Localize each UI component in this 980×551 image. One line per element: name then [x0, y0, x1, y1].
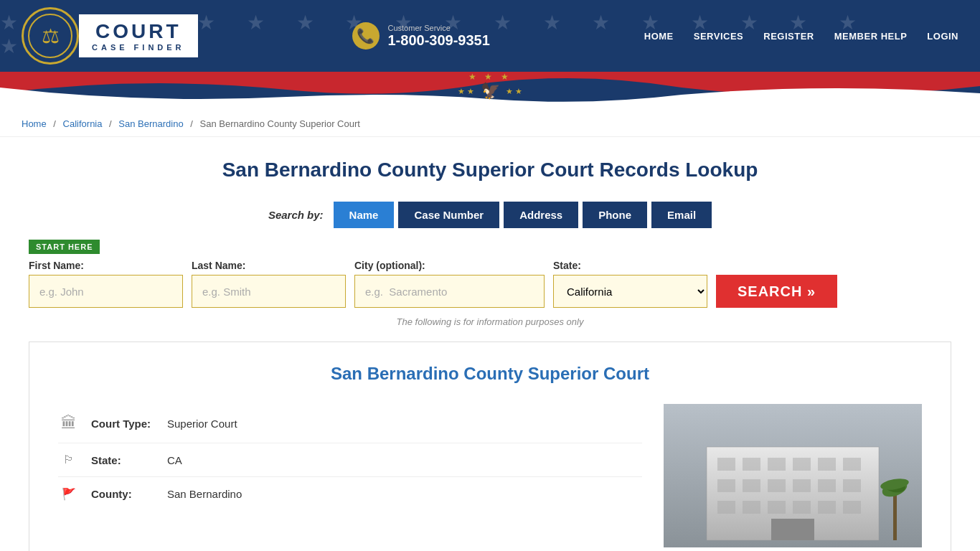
court-image-inner — [664, 404, 922, 547]
form-row: First Name: Last Name: City (optional): … — [29, 260, 951, 308]
last-name-group: Last Name: — [192, 260, 346, 308]
court-type-row: 🏛 Court Type: Superior Court — [58, 404, 642, 443]
stars-row-right: ★ ★ — [506, 87, 522, 96]
tab-email[interactable]: Email — [651, 202, 712, 228]
court-info-title: San Bernardino County Superior Court — [58, 364, 922, 384]
breadcrumb-county[interactable]: San Bernardino — [118, 118, 183, 129]
eagle-icon: 🦅 — [481, 82, 500, 100]
info-note: The following is for information purpose… — [29, 316, 951, 327]
city-label: City (optional): — [354, 260, 545, 271]
city-group: City (optional): — [354, 260, 545, 308]
nav-member-help[interactable]: MEMBER HELP — [834, 31, 908, 42]
logo-casefinder-text: CASE FINDER — [92, 43, 185, 52]
breadcrumb-state[interactable]: California — [63, 118, 103, 129]
svg-rect-2 — [717, 458, 735, 471]
nav-register[interactable]: REGISTER — [763, 31, 814, 42]
court-type-icon: 🏛 — [58, 414, 80, 433]
svg-rect-8 — [717, 479, 735, 492]
customer-service: 📞 Customer Service 1-800-309-9351 — [352, 22, 490, 50]
logo-court-text: COURT — [95, 20, 182, 43]
stars-left: ★ ★ ★ — [468, 72, 512, 82]
svg-rect-10 — [768, 479, 786, 492]
city-input[interactable] — [354, 275, 545, 308]
page-title: San Bernardino County Superior Court Rec… — [29, 159, 951, 182]
svg-rect-3 — [743, 458, 760, 471]
svg-rect-12 — [818, 479, 836, 492]
logo-text: COURT CASE FINDER — [79, 14, 198, 57]
search-form-area: START HERE First Name: Last Name: City (… — [29, 240, 951, 308]
state-row: 🏳 State: CA — [58, 443, 642, 477]
eagle-center: ★ ★ ★ ★ ★ 🦅 ★ ★ — [458, 72, 522, 100]
state-detail-label: State: — [91, 454, 156, 466]
logo-icon: ⚖ — [28, 14, 72, 58]
svg-rect-18 — [818, 501, 836, 514]
svg-rect-20 — [771, 519, 814, 540]
nav-login[interactable]: LOGIN — [927, 31, 958, 42]
svg-rect-15 — [743, 501, 760, 514]
tab-phone[interactable]: Phone — [583, 202, 647, 228]
court-type-value: Superior Court — [167, 418, 237, 430]
svg-rect-4 — [768, 458, 786, 471]
county-value: San Bernardino — [167, 488, 242, 500]
main-content: San Bernardino County Superior Court Rec… — [0, 137, 980, 551]
tab-case-number[interactable]: Case Number — [398, 202, 499, 228]
breadcrumb-current: San Bernardino County Superior Court — [200, 118, 360, 129]
county-label: County: — [91, 488, 156, 500]
svg-rect-11 — [793, 479, 811, 492]
search-tabs-row: Search by: Name Case Number Address Phon… — [29, 202, 951, 228]
start-here-badge: START HERE — [29, 240, 100, 254]
svg-rect-6 — [818, 458, 836, 471]
county-row: 🚩 County: San Bernardino — [58, 477, 642, 511]
svg-rect-7 — [843, 458, 861, 471]
main-nav: HOME SERVICES REGISTER MEMBER HELP LOGIN — [644, 31, 958, 42]
first-name-label: First Name: — [29, 260, 183, 271]
breadcrumb-home[interactable]: Home — [22, 118, 47, 129]
court-image — [664, 404, 922, 547]
svg-rect-17 — [793, 501, 811, 514]
court-details: 🏛 Court Type: Superior Court 🏳 State: CA… — [58, 404, 922, 547]
state-label: State: — [553, 260, 707, 271]
logo-badge: ⚖ — [22, 7, 79, 65]
svg-rect-5 — [793, 458, 811, 471]
svg-rect-13 — [843, 479, 861, 492]
cs-phone: 1-800-309-9351 — [388, 32, 490, 48]
search-by-label: Search by: — [268, 209, 324, 221]
ribbon-area: ★ ★ ★ ★ ★ 🦅 ★ ★ — [0, 72, 980, 111]
first-name-group: First Name: — [29, 260, 183, 308]
first-name-input[interactable] — [29, 275, 183, 308]
svg-rect-21 — [893, 490, 897, 540]
logo-area: ⚖ COURT CASE FINDER — [22, 7, 198, 65]
phone-icon: 📞 — [352, 22, 380, 50]
court-type-label: Court Type: — [91, 418, 156, 430]
court-info-box: San Bernardino County Superior Court 🏛 C… — [29, 342, 951, 551]
svg-rect-16 — [768, 501, 786, 514]
state-group: State: California Alabama Alaska Arizona… — [553, 260, 707, 308]
svg-rect-9 — [743, 479, 760, 492]
court-details-left: 🏛 Court Type: Superior Court 🏳 State: CA… — [58, 404, 642, 547]
stars-row-left: ★ ★ — [458, 87, 474, 96]
county-icon: 🚩 — [58, 487, 80, 501]
last-name-input[interactable] — [192, 275, 346, 308]
cs-text: Customer Service 1-800-309-9351 — [388, 24, 490, 49]
tab-address[interactable]: Address — [504, 202, 578, 228]
state-detail-value: CA — [167, 454, 182, 466]
tab-name[interactable]: Name — [334, 202, 395, 228]
state-icon: 🏳 — [58, 453, 80, 466]
search-button[interactable]: SEARCH » — [716, 275, 837, 308]
last-name-label: Last Name: — [192, 260, 346, 271]
breadcrumb: Home / California / San Bernardino / San… — [0, 111, 980, 137]
site-header: ⚖ COURT CASE FINDER 📞 Customer Service 1… — [0, 0, 980, 72]
nav-home[interactable]: HOME — [644, 31, 674, 42]
state-select[interactable]: California Alabama Alaska Arizona Arkans… — [553, 275, 707, 308]
svg-rect-14 — [717, 501, 735, 514]
cs-label: Customer Service — [388, 24, 490, 32]
nav-services[interactable]: SERVICES — [694, 31, 744, 42]
svg-rect-19 — [843, 501, 861, 514]
